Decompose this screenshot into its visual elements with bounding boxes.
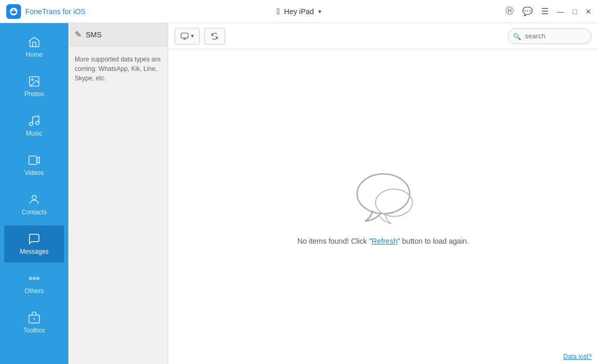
app-logo [6,4,21,19]
svg-rect-11 [181,33,188,38]
bottom-bar: Data lost? [563,351,592,361]
main-content: ▾ 🔍 [168,23,598,364]
sidebar-item-contacts[interactable]: Contacts [4,186,64,223]
search-icon: 🔍 [513,32,521,40]
svg-point-7 [33,277,35,279]
empty-state: No items found! Click "Refresh" button t… [168,49,598,364]
sidebar: Home Photos Music Videos Contacts Messag… [0,23,68,364]
svg-point-6 [29,277,32,279]
refresh-link[interactable]: Refresh [372,237,398,245]
svg-point-12 [357,174,410,214]
device-name: Hey iPad [284,7,314,16]
sidebar-item-home[interactable]: Home [4,28,64,66]
svg-point-2 [29,122,33,126]
sidebar-item-music[interactable]: Music [4,107,64,144]
window-controls: Ⓗ 💬 ☰ — □ ✕ [505,6,598,17]
sidebar-item-contacts-label: Contacts [22,209,46,216]
toolbar: ▾ 🔍 [168,23,598,49]
sidebar-item-photos-label: Photos [24,90,44,98]
svg-point-8 [37,277,39,279]
export-button[interactable]: ▾ [175,28,200,45]
chat-bubble-illustration [349,169,418,226]
sms-header-label: SMS [86,30,102,39]
svg-point-3 [36,121,39,124]
sidebar-item-music-label: Music [26,130,42,137]
app-title: FoneTrans for iOS [25,7,86,16]
empty-message-prefix: No items found! Click " [298,237,372,245]
sms-info-text: More supported data types are coming: Wh… [68,46,168,91]
sidebar-item-videos-label: Videos [25,169,44,176]
title-bar: FoneTrans for iOS  Hey iPad ▾ Ⓗ 💬 ☰ — □… [0,0,598,23]
main-layout: Home Photos Music Videos Contacts Messag… [0,23,598,364]
export-icon-chevron: ▾ [191,33,194,39]
refresh-button[interactable] [204,28,225,45]
sidebar-item-others-label: Others [25,287,44,295]
sms-panel: ✎ SMS More supported data types are comi… [68,23,168,364]
sms-header: ✎ SMS [68,23,168,46]
svg-point-5 [32,195,36,200]
close-button[interactable]: ✕ [585,7,592,16]
sidebar-item-toolbox-label: Toolbox [23,327,45,334]
minimize-button[interactable]: — [557,7,564,16]
data-lost-link[interactable]: Data lost? [563,353,592,360]
sms-icon: ✎ [75,29,82,39]
sidebar-item-toolbox[interactable]: Toolbox [4,304,64,341]
sidebar-item-videos[interactable]: Videos [4,147,64,184]
sidebar-item-photos[interactable]: Photos [4,68,64,105]
search-container: 🔍 [508,28,592,44]
empty-message-suffix: " button to load again. [398,237,469,245]
sidebar-item-home-label: Home [26,51,43,58]
content-panel: ✎ SMS More supported data types are comi… [68,23,598,364]
menu-icon[interactable]: ☰ [541,6,549,16]
title-bar-left: FoneTrans for iOS [0,4,505,19]
facebook-icon[interactable]: Ⓗ [505,6,514,17]
device-info:  Hey iPad ▾ [277,7,321,16]
sidebar-item-messages-label: Messages [20,248,49,255]
empty-state-text: No items found! Click "Refresh" button t… [298,237,469,245]
chat-icon[interactable]: 💬 [522,6,533,16]
svg-rect-4 [29,156,37,164]
svg-point-1 [32,79,33,80]
maximize-button[interactable]: □ [573,7,577,16]
apple-icon:  [277,7,280,16]
sidebar-item-others[interactable]: Others [4,265,64,302]
sidebar-item-messages[interactable]: Messages [4,225,64,263]
device-chevron[interactable]: ▾ [318,8,321,15]
